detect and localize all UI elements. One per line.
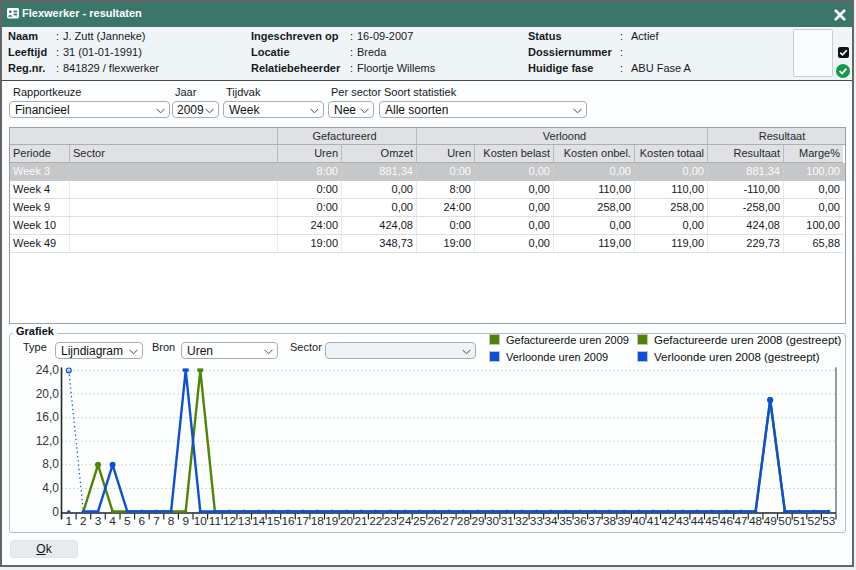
- svg-text:34: 34: [544, 514, 558, 528]
- svg-text:18: 18: [311, 514, 325, 528]
- svg-text:52: 52: [808, 514, 821, 528]
- svg-text:10: 10: [194, 514, 208, 528]
- svg-text:46: 46: [720, 514, 734, 528]
- svg-text:5: 5: [124, 514, 131, 528]
- svg-text:28: 28: [457, 514, 471, 528]
- svg-text:17: 17: [296, 514, 309, 528]
- svg-text:9: 9: [182, 514, 189, 528]
- svg-text:36: 36: [574, 514, 588, 528]
- svg-text:1: 1: [66, 514, 73, 528]
- svg-text:19: 19: [325, 514, 338, 528]
- svg-text:43: 43: [676, 514, 690, 528]
- svg-text:33: 33: [530, 514, 544, 528]
- svg-text:8,0: 8,0: [42, 457, 59, 471]
- svg-text:31: 31: [501, 514, 514, 528]
- svg-text:30: 30: [486, 514, 500, 528]
- svg-text:51: 51: [793, 514, 806, 528]
- svg-text:4: 4: [109, 514, 116, 528]
- svg-text:22: 22: [369, 514, 382, 528]
- svg-text:16: 16: [281, 514, 295, 528]
- svg-text:4,0: 4,0: [42, 481, 59, 495]
- svg-text:7: 7: [153, 514, 160, 528]
- svg-text:15: 15: [267, 514, 281, 528]
- svg-text:24,0: 24,0: [36, 363, 60, 377]
- svg-text:45: 45: [705, 514, 719, 528]
- svg-text:12,0: 12,0: [36, 434, 60, 448]
- svg-text:20,0: 20,0: [36, 387, 60, 401]
- svg-text:41: 41: [647, 514, 660, 528]
- svg-text:53: 53: [822, 514, 836, 528]
- svg-text:2: 2: [80, 514, 87, 528]
- svg-text:6: 6: [139, 514, 146, 528]
- svg-text:21: 21: [355, 514, 368, 528]
- svg-text:47: 47: [734, 514, 747, 528]
- svg-text:48: 48: [749, 514, 763, 528]
- svg-text:13: 13: [238, 514, 252, 528]
- svg-text:29: 29: [471, 514, 484, 528]
- svg-text:40: 40: [632, 514, 646, 528]
- svg-text:42: 42: [661, 514, 674, 528]
- svg-text:39: 39: [618, 514, 631, 528]
- svg-text:12: 12: [223, 514, 236, 528]
- svg-text:20: 20: [340, 514, 354, 528]
- svg-text:26: 26: [428, 514, 442, 528]
- svg-text:37: 37: [588, 514, 601, 528]
- svg-text:14: 14: [252, 514, 266, 528]
- svg-text:11: 11: [209, 514, 221, 528]
- svg-text:44: 44: [691, 514, 705, 528]
- svg-text:50: 50: [778, 514, 792, 528]
- svg-text:25: 25: [413, 514, 427, 528]
- svg-text:23: 23: [384, 514, 398, 528]
- svg-text:0: 0: [52, 505, 59, 519]
- svg-text:49: 49: [764, 514, 777, 528]
- svg-text:32: 32: [515, 514, 528, 528]
- svg-text:35: 35: [559, 514, 573, 528]
- svg-text:3: 3: [95, 514, 102, 528]
- svg-text:16,0: 16,0: [36, 410, 60, 424]
- svg-text:27: 27: [442, 514, 455, 528]
- svg-text:38: 38: [603, 514, 617, 528]
- svg-text:8: 8: [168, 514, 175, 528]
- svg-text:24: 24: [398, 514, 412, 528]
